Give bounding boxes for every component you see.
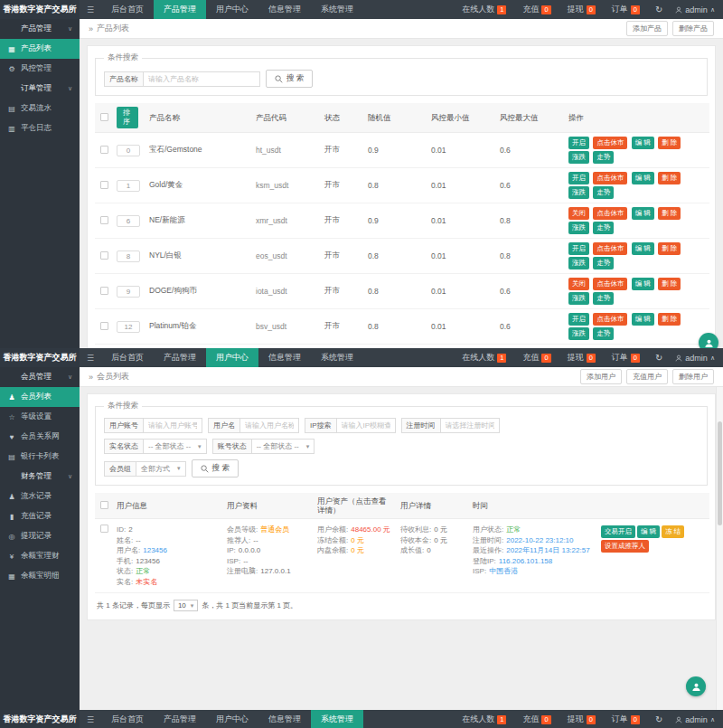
sidebar-item[interactable]: 财务管理 ∨ — [0, 467, 80, 487]
topbar-stat[interactable]: 订单0 — [604, 714, 648, 725]
topbar-stat[interactable]: 充值0 — [514, 714, 559, 725]
page-action-button[interactable]: 充值用户 — [626, 369, 668, 384]
select-all-checkbox[interactable] — [100, 501, 108, 509]
updown-button[interactable]: 涨跌 — [568, 327, 589, 340]
nav-item[interactable]: 产品管理 — [154, 348, 206, 367]
topbar-stat[interactable]: 订单0 — [604, 4, 648, 15]
updown-button[interactable]: 涨跌 — [568, 186, 589, 199]
refresh-icon[interactable]: ↻ — [648, 353, 670, 363]
sort-order-input[interactable]: 1 — [117, 180, 140, 192]
updown-button[interactable]: 涨跌 — [568, 151, 589, 164]
pause-market-button[interactable]: 点击休市 — [593, 172, 627, 184]
sidebar-item[interactable]: ▦ 余额宝明细 — [0, 566, 80, 586]
row-checkbox[interactable] — [100, 322, 108, 330]
trend-button[interactable]: 走势 — [593, 257, 614, 269]
page-action-button[interactable]: 删除用户 — [672, 369, 714, 384]
search-input[interactable] — [440, 418, 500, 433]
trend-button[interactable]: 走势 — [593, 222, 614, 234]
sort-order-input[interactable]: 6 — [117, 215, 140, 227]
search-input[interactable] — [239, 418, 299, 433]
sidebar-item[interactable]: ◎ 提现记录 — [0, 526, 80, 546]
trend-button[interactable]: 走势 — [593, 151, 614, 164]
status-select[interactable]: -- 全部状态 --▾ — [251, 439, 315, 454]
sidebar-item[interactable]: 订单管理 ∨ — [0, 79, 80, 99]
status-select[interactable]: -- 全部状态 --▾ — [143, 439, 207, 454]
member-action-button[interactable]: 交易开启 — [601, 525, 635, 538]
trend-button[interactable]: 走势 — [593, 186, 614, 199]
pause-market-button[interactable]: 点击休市 — [593, 137, 627, 149]
toggle-button[interactable]: 开启 — [568, 172, 589, 184]
member-action-button[interactable]: 冻 结 — [662, 525, 684, 538]
nav-item[interactable]: 信息管理 — [258, 348, 311, 367]
sort-order-input[interactable]: 12 — [117, 321, 140, 333]
page-action-button[interactable]: 添加用户 — [580, 369, 622, 384]
search-input[interactable] — [336, 418, 396, 433]
sidebar-item[interactable]: ♟ 流水记录 — [0, 487, 80, 506]
delete-button[interactable]: 删 除 — [658, 172, 681, 184]
row-checkbox[interactable] — [100, 216, 108, 224]
toggle-button[interactable]: 关闭 — [568, 278, 589, 290]
nav-item[interactable]: 产品管理 — [154, 0, 206, 19]
delete-button[interactable]: 删 除 — [658, 313, 681, 326]
row-checkbox[interactable] — [100, 251, 108, 260]
edit-button[interactable]: 编 辑 — [632, 207, 654, 220]
pause-market-button[interactable]: 点击休市 — [593, 242, 627, 255]
sidebar-item[interactable]: ☆ 等级设置 — [0, 407, 80, 427]
trend-button[interactable]: 走势 — [593, 327, 614, 340]
search-input[interactable] — [143, 418, 202, 433]
toggle-button[interactable]: 关闭 — [568, 207, 589, 220]
search-button[interactable]: 搜 索 — [266, 70, 313, 88]
nav-item[interactable]: 系统管理 — [311, 348, 363, 367]
select-all-checkbox[interactable] — [100, 113, 108, 121]
sidebar-item[interactable]: 会员管理 ∨ — [0, 367, 80, 387]
topbar-stat[interactable]: 充值0 — [514, 4, 559, 15]
sidebar-item[interactable]: ♥ 会员关系网 — [0, 427, 80, 447]
delete-button[interactable]: 删 除 — [658, 207, 681, 220]
topbar-stat[interactable]: 订单0 — [604, 352, 648, 364]
per-page-select[interactable]: 10▾ — [174, 600, 198, 611]
sidebar-item[interactable]: 产品管理 ∨ — [0, 19, 80, 39]
page-action-button[interactable]: 添加产品 — [626, 21, 668, 36]
toggle-button[interactable]: 开启 — [568, 313, 589, 326]
topbar-stat[interactable]: 在线人数1 — [454, 352, 514, 364]
topbar-stat[interactable]: 提现0 — [559, 714, 604, 725]
sort-order-input[interactable]: 9 — [117, 286, 140, 298]
menu-toggle-icon[interactable]: ☰ — [80, 0, 101, 19]
pause-market-button[interactable]: 点击休市 — [593, 313, 627, 326]
sidebar-item[interactable]: ▦ 产品列表 — [0, 39, 80, 59]
member-action-button[interactable]: 设置成推荐人 — [601, 540, 649, 553]
search-button[interactable]: 搜 索 — [192, 459, 239, 477]
delete-button[interactable]: 删 除 — [658, 137, 681, 149]
delete-button[interactable]: 删 除 — [658, 278, 681, 290]
row-checkbox[interactable] — [100, 287, 108, 295]
page-action-button[interactable]: 删除产品 — [672, 21, 714, 36]
scrollbar-thumb[interactable] — [718, 421, 722, 525]
edit-button[interactable]: 编 辑 — [632, 313, 654, 326]
refresh-icon[interactable]: ↻ — [648, 5, 670, 14]
refresh-icon[interactable]: ↻ — [648, 714, 670, 724]
sidebar-item[interactable]: ▥ 平仓日志 — [0, 118, 80, 138]
sidebar-item[interactable]: ⚙ 风控管理 — [0, 59, 80, 79]
edit-button[interactable]: 编 辑 — [632, 172, 654, 184]
trend-button[interactable]: 走势 — [593, 292, 614, 305]
sidebar-item[interactable]: ▤ 银行卡列表 — [0, 447, 80, 467]
updown-button[interactable]: 涨跌 — [568, 292, 589, 305]
updown-button[interactable]: 涨跌 — [568, 222, 589, 234]
toggle-button[interactable]: 开启 — [568, 137, 589, 149]
sort-order-input[interactable]: 0 — [117, 145, 140, 156]
edit-button[interactable]: 编 辑 — [632, 278, 654, 290]
floating-helper-button[interactable] — [686, 676, 706, 696]
menu-toggle-icon[interactable]: ☰ — [80, 348, 101, 367]
nav-item[interactable]: 信息管理 — [258, 710, 311, 728]
delete-button[interactable]: 删 除 — [658, 242, 681, 255]
nav-item[interactable]: 系统管理 — [311, 710, 363, 728]
nav-item[interactable]: 后台首页 — [101, 348, 154, 367]
row-checkbox[interactable] — [100, 181, 108, 189]
sort-order-input[interactable]: 8 — [117, 251, 140, 262]
sidebar-item[interactable]: ▤ 交易流水 — [0, 99, 80, 118]
topbar-stat[interactable]: 充值0 — [514, 352, 559, 364]
sidebar-item[interactable]: ¥ 余额宝理财 — [0, 546, 80, 566]
user-menu[interactable]: admin ∧ — [670, 354, 723, 363]
nav-item[interactable]: 用户中心 — [206, 710, 258, 728]
pause-market-button[interactable]: 点击休市 — [593, 278, 627, 290]
